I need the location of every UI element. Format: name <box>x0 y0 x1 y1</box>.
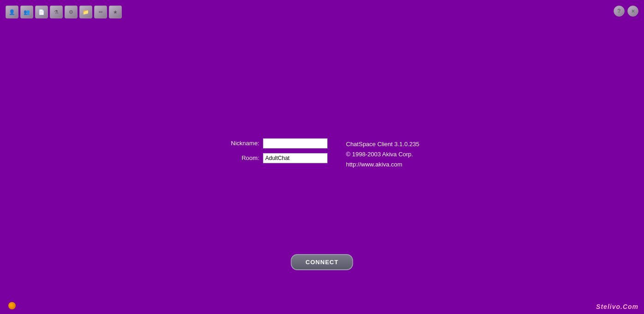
toolbar-btn-3[interactable] <box>35 6 48 18</box>
toolbar-btn-1[interactable] <box>6 6 18 18</box>
room-label: Room: <box>225 154 259 161</box>
toolbar-btn-6[interactable] <box>79 6 92 18</box>
connect-button-container: CONNECT <box>291 254 353 270</box>
connect-button[interactable]: CONNECT <box>291 254 353 270</box>
status-indicator <box>8 302 16 309</box>
nickname-label: Nickname: <box>225 140 259 147</box>
close-icon <box>631 8 635 14</box>
help-icon <box>617 8 620 14</box>
people-icon <box>24 9 30 15</box>
settings-icon <box>69 9 73 15</box>
status-dot <box>8 302 16 309</box>
app-copyright: © 1998-2003 Akiva Corp. <box>346 149 419 160</box>
filter-icon <box>54 9 59 15</box>
toolbar-btn-7[interactable] <box>94 6 107 18</box>
watermark: Stelivo.Com <box>596 303 638 310</box>
folder-icon <box>83 9 89 15</box>
room-row: Room: <box>225 153 328 163</box>
toolbar <box>6 6 122 18</box>
top-right-controls <box>614 6 638 17</box>
toolbar-btn-5[interactable] <box>65 6 78 18</box>
toolbar-btn-4[interactable] <box>50 6 63 18</box>
nickname-input[interactable] <box>263 138 328 148</box>
close-button[interactable] <box>627 6 638 17</box>
form-fields: Nickname: Room: <box>225 138 328 163</box>
help-button[interactable] <box>614 6 625 17</box>
app-title: ChatSpace Client 3.1.0.235 <box>346 139 419 149</box>
app-info: ChatSpace Client 3.1.0.235 © 1998-2003 A… <box>346 138 419 170</box>
room-input[interactable] <box>263 153 328 163</box>
star-icon <box>113 9 118 15</box>
toolbar-btn-8[interactable] <box>109 6 122 18</box>
login-form: Nickname: Room: ChatSpace Client 3.1.0.2… <box>225 138 419 170</box>
pencil-icon <box>99 9 103 15</box>
doc-icon <box>38 9 45 15</box>
toolbar-btn-2[interactable] <box>20 6 33 18</box>
person-icon <box>9 9 15 15</box>
app-url: http://www.akiva.com <box>346 160 419 170</box>
nickname-row: Nickname: <box>225 138 328 148</box>
